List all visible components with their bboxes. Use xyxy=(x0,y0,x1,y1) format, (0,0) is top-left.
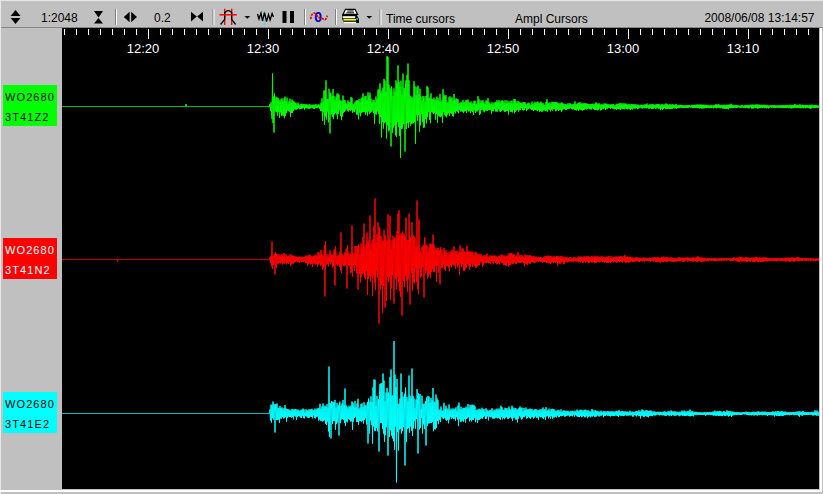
svg-text:0: 0 xyxy=(314,9,322,25)
svg-text:12:40: 12:40 xyxy=(367,41,400,56)
svg-text:12:20: 12:20 xyxy=(127,41,160,56)
svg-text:12:30: 12:30 xyxy=(247,41,280,56)
svg-text:12:50: 12:50 xyxy=(487,41,520,56)
svg-text:13:10: 13:10 xyxy=(727,41,760,56)
svg-text:13:00: 13:00 xyxy=(607,41,640,56)
